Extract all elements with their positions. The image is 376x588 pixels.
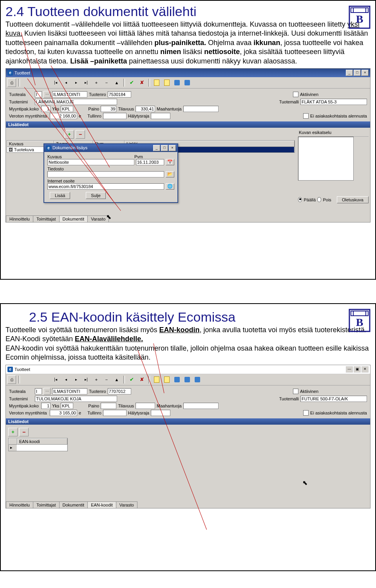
- nav-first-button[interactable]: |◂: [51, 78, 60, 87]
- tab-hinnoittelu[interactable]: Hinnoittelu: [6, 501, 33, 508]
- eiasiak-checkbox[interactable]: [303, 410, 309, 416]
- tilavuus-input[interactable]: [136, 106, 155, 112]
- myyntipak-input[interactable]: [41, 403, 51, 409]
- tab-varasto[interactable]: Varasto: [116, 501, 137, 508]
- doc1-button[interactable]: [152, 78, 161, 87]
- tuoteala-name-input[interactable]: [52, 388, 87, 394]
- dlg-date-button[interactable]: 📅: [166, 159, 174, 165]
- paalla-radio[interactable]: [298, 197, 302, 202]
- cancel-button[interactable]: ✘: [137, 375, 146, 384]
- halytys-input[interactable]: [151, 113, 170, 119]
- nav-edit-button[interactable]: ▲: [112, 78, 121, 87]
- tilavuus-input[interactable]: [136, 403, 155, 409]
- nav-last-button[interactable]: ▸|: [82, 375, 90, 384]
- eiasiak-checkbox[interactable]: [303, 113, 309, 119]
- add-ean-button[interactable]: +: [8, 428, 18, 436]
- doc1-button[interactable]: [152, 375, 161, 384]
- maximize-button[interactable]: □: [354, 70, 361, 76]
- nav-prev-button[interactable]: ◂: [61, 375, 70, 384]
- close-button[interactable]: ✕: [362, 366, 369, 373]
- yks-input[interactable]: [61, 403, 73, 409]
- link2-button[interactable]: [183, 78, 192, 87]
- dlg-internet-input[interactable]: [47, 183, 164, 190]
- hinta-input[interactable]: [50, 113, 77, 119]
- dlg-min[interactable]: _: [153, 145, 160, 151]
- minimize-button[interactable]: —: [346, 366, 353, 373]
- tuotemalli-input[interactable]: [300, 396, 367, 402]
- nav-first-button[interactable]: |◂: [51, 375, 60, 384]
- dlg-close[interactable]: ×: [169, 145, 176, 151]
- link3-button[interactable]: [193, 375, 202, 384]
- e-icon: [195, 377, 200, 382]
- ok-button[interactable]: ✔: [127, 375, 136, 384]
- nav-add-button[interactable]: +: [92, 78, 101, 87]
- tuotenimi-input[interactable]: [35, 99, 117, 105]
- myyntipak-input[interactable]: [41, 106, 51, 112]
- dlg-max[interactable]: □: [161, 145, 168, 151]
- nav-next-button[interactable]: ▸: [72, 375, 80, 384]
- tuotenro-input[interactable]: [108, 388, 131, 394]
- dlg-lisaa-button[interactable]: Lisää: [50, 192, 70, 199]
- close-button[interactable]: ×: [362, 70, 369, 76]
- nav-add-button[interactable]: +: [92, 375, 101, 384]
- col-ean[interactable]: EAN-koodi: [17, 438, 67, 445]
- link2-button[interactable]: [183, 375, 192, 384]
- halytys-input[interactable]: [151, 410, 170, 416]
- tullinro-input[interactable]: [103, 113, 127, 119]
- doc2-button[interactable]: [163, 375, 171, 384]
- doc2-button[interactable]: [163, 78, 171, 87]
- tuotenro-input[interactable]: [108, 91, 131, 98]
- ok-button[interactable]: ✔: [127, 78, 136, 87]
- add-document-button[interactable]: +: [65, 130, 74, 139]
- aktiivinen-checkbox[interactable]: [293, 389, 298, 394]
- tullinro-input[interactable]: [103, 410, 127, 416]
- link1-button[interactable]: [173, 78, 181, 87]
- tuoteala-name-input[interactable]: [52, 91, 87, 98]
- print-button[interactable]: ⎙: [7, 78, 16, 87]
- tab-toimittajat[interactable]: Toimittajat: [33, 501, 60, 508]
- maahantuoja-input[interactable]: [183, 106, 219, 112]
- dlg-browse-button[interactable]: 📂: [166, 171, 174, 177]
- nav-del-button[interactable]: −: [102, 78, 111, 87]
- lbl-tuotenro: Tuotenro: [89, 92, 106, 97]
- paino-input[interactable]: [101, 106, 116, 112]
- hinta-input[interactable]: [50, 410, 77, 416]
- oletuskuva-button[interactable]: Oletuskuva: [337, 196, 369, 203]
- tuoteala-lookup-button[interactable]: ⋯: [43, 388, 51, 395]
- tab-dokumentit[interactable]: Dokumentit: [59, 501, 88, 508]
- paino-input[interactable]: [101, 403, 116, 409]
- tuoteala-lookup-button[interactable]: ⋯: [43, 91, 51, 98]
- aktiivinen-checkbox[interactable]: [293, 92, 298, 97]
- nav-del-button[interactable]: −: [102, 375, 111, 384]
- remove-document-button[interactable]: −: [76, 130, 85, 139]
- tuotemalli-input[interactable]: [300, 99, 367, 105]
- tuoteala-code-input[interactable]: [35, 388, 42, 394]
- nav-last-button[interactable]: ▸|: [82, 78, 90, 87]
- dlg-sulje-button[interactable]: Sulje: [86, 192, 105, 199]
- pois-radio[interactable]: [317, 197, 321, 202]
- link1-button[interactable]: [173, 375, 181, 384]
- print-button[interactable]: ⎙: [7, 375, 16, 384]
- ean-grid[interactable]: EAN-koodi ▸: [8, 438, 68, 451]
- ean-cell[interactable]: [17, 445, 67, 451]
- tuotenimi-input[interactable]: [35, 396, 117, 402]
- maahantuoja-input[interactable]: [183, 403, 219, 409]
- maximize-button[interactable]: ▣: [354, 366, 361, 373]
- remove-ean-button[interactable]: −: [19, 428, 29, 436]
- nav-next-button[interactable]: ▸: [72, 78, 80, 87]
- tab-dokumentit[interactable]: Dokumentit: [59, 215, 88, 222]
- tab-ean[interactable]: EAN-koodit: [87, 501, 116, 508]
- minimize-button[interactable]: _: [346, 70, 353, 76]
- tab-hinnoittelu[interactable]: Hinnoittelu: [6, 215, 33, 222]
- nav-edit-button[interactable]: ▲: [112, 375, 121, 384]
- tuoteala-code-input[interactable]: [35, 91, 42, 98]
- dlg-kuvaus-input[interactable]: [47, 159, 134, 165]
- tab-toimittajat[interactable]: Toimittajat: [33, 215, 60, 222]
- cancel-button[interactable]: ✘: [137, 78, 146, 87]
- dlg-web-button[interactable]: 🌐: [166, 183, 174, 190]
- dlg-pvm-input[interactable]: [136, 159, 164, 165]
- dlg-tiedosto-input[interactable]: [47, 171, 164, 177]
- tab-varasto[interactable]: Varasto: [87, 215, 109, 222]
- nav-prev-button[interactable]: ◂: [61, 78, 70, 87]
- yks-input[interactable]: [61, 106, 73, 112]
